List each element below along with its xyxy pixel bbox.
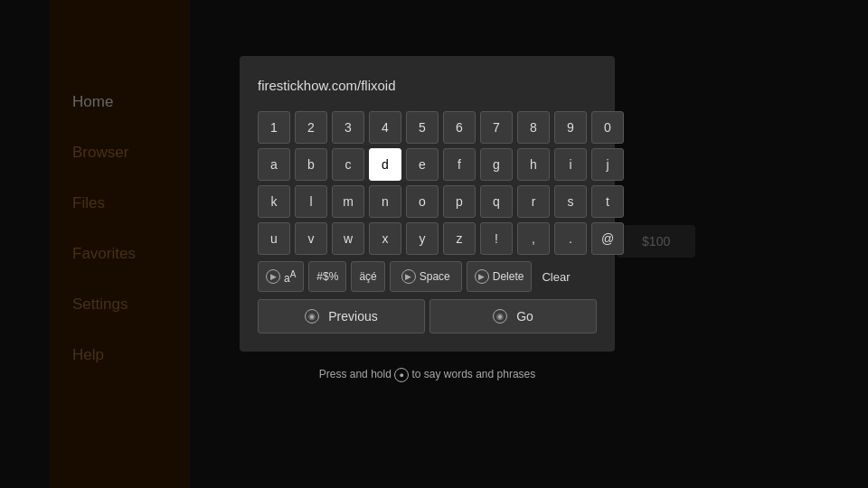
key-i[interactable]: i xyxy=(554,148,587,181)
key-o[interactable]: o xyxy=(406,185,439,218)
caps-label: aA xyxy=(284,269,296,285)
key-a[interactable]: a xyxy=(258,148,290,181)
key-row-numbers: 1 2 3 4 5 6 7 8 9 0 xyxy=(258,111,597,144)
key-comma[interactable]: , xyxy=(517,222,550,255)
key-k[interactable]: k xyxy=(258,185,290,218)
key-n[interactable]: n xyxy=(369,185,401,218)
key-5[interactable]: 5 xyxy=(406,111,439,144)
key-h[interactable]: h xyxy=(517,148,550,181)
key-j[interactable]: j xyxy=(591,148,624,181)
clear-label: Clear xyxy=(542,270,570,284)
key-s[interactable]: s xyxy=(554,185,587,218)
key-exclaim[interactable]: ! xyxy=(480,222,513,255)
key-g[interactable]: g xyxy=(480,148,513,181)
space-icon: ▶ xyxy=(401,269,416,284)
key-9[interactable]: 9 xyxy=(554,111,587,144)
key-d[interactable]: d xyxy=(369,148,401,181)
key-x[interactable]: x xyxy=(369,222,401,255)
key-q[interactable]: q xyxy=(480,185,513,218)
key-row-a-j: a b c d e f g h i j xyxy=(258,148,597,181)
caps-key[interactable]: ▶ aA xyxy=(258,261,304,292)
voice-hint: Press and hold ● to say words and phrase… xyxy=(240,368,615,382)
key-8[interactable]: 8 xyxy=(517,111,550,144)
key-4[interactable]: 4 xyxy=(369,111,401,144)
key-r[interactable]: r xyxy=(517,185,550,218)
space-key[interactable]: ▶ Space xyxy=(390,261,462,292)
key-m[interactable]: m xyxy=(332,185,364,218)
key-7[interactable]: 7 xyxy=(480,111,513,144)
key-b[interactable]: b xyxy=(295,148,327,181)
url-bar: firestickhow.com/flixoid xyxy=(258,74,597,97)
delete-key[interactable]: ▶ Delete xyxy=(467,261,533,292)
keyboard: 1 2 3 4 5 6 7 8 9 0 a b c d e f g h i j … xyxy=(258,111,597,292)
key-y[interactable]: y xyxy=(406,222,439,255)
previous-button[interactable]: ◉ Previous xyxy=(258,299,425,333)
clear-key[interactable]: Clear xyxy=(536,261,575,292)
delete-label: Delete xyxy=(493,270,524,283)
accents-key[interactable]: äçé xyxy=(351,261,384,292)
go-label: Go xyxy=(516,309,533,324)
key-c[interactable]: c xyxy=(332,148,364,181)
caps-icon: ▶ xyxy=(266,269,280,284)
previous-icon: ◉ xyxy=(305,309,319,324)
keyboard-dialog: firestickhow.com/flixoid 1 2 3 4 5 6 7 8… xyxy=(240,56,615,352)
key-t[interactable]: t xyxy=(591,185,624,218)
space-label: Space xyxy=(420,270,450,283)
key-z[interactable]: z xyxy=(443,222,476,255)
key-at[interactable]: @ xyxy=(591,222,624,255)
key-0[interactable]: 0 xyxy=(591,111,624,144)
key-6[interactable]: 6 xyxy=(443,111,476,144)
key-1[interactable]: 1 xyxy=(258,111,290,144)
key-2[interactable]: 2 xyxy=(295,111,327,144)
nav-buttons: ◉ Previous ◉ Go xyxy=(258,299,597,333)
key-p[interactable]: p xyxy=(443,185,476,218)
key-e[interactable]: e xyxy=(406,148,439,181)
key-3[interactable]: 3 xyxy=(332,111,364,144)
key-w[interactable]: w xyxy=(332,222,364,255)
key-v[interactable]: v xyxy=(295,222,327,255)
key-period[interactable]: . xyxy=(554,222,587,255)
symbols-key[interactable]: #$% xyxy=(308,261,346,292)
key-f[interactable]: f xyxy=(443,148,476,181)
mic-icon: ● xyxy=(394,368,409,382)
special-key-row: ▶ aA #$% äçé ▶ Space ▶ Delete Clear xyxy=(258,261,597,292)
key-row-u-at: u v w x y z ! , . @ xyxy=(258,222,597,255)
key-row-k-t: k l m n o p q r s t xyxy=(258,185,597,218)
go-icon: ◉ xyxy=(493,309,507,324)
symbols-label: #$% xyxy=(316,270,338,283)
delete-icon: ▶ xyxy=(475,269,489,284)
previous-label: Previous xyxy=(328,309,377,324)
key-l[interactable]: l xyxy=(295,185,327,218)
accents-label: äçé xyxy=(359,270,376,283)
go-button[interactable]: ◉ Go xyxy=(429,299,597,333)
key-u[interactable]: u xyxy=(258,222,290,255)
